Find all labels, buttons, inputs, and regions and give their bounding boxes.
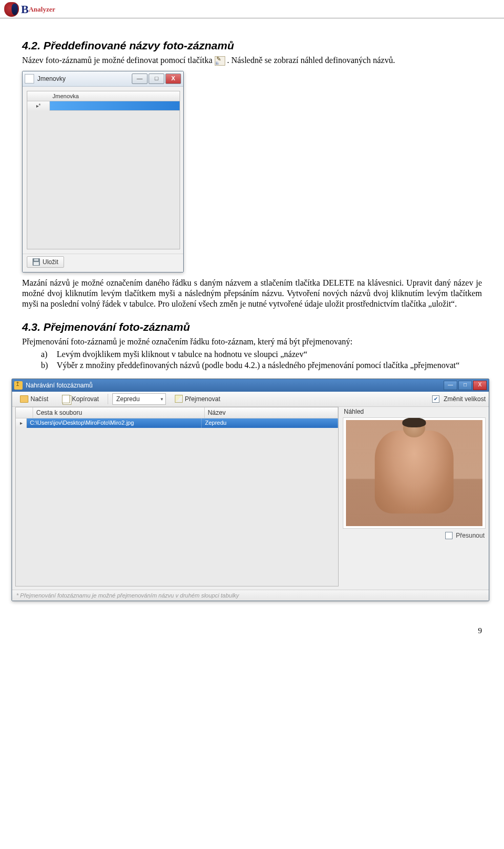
load-button[interactable]: Načíst — [15, 394, 53, 404]
list-marker-a: a) — [41, 349, 51, 360]
jmenovky-grid[interactable]: Jmenovka ▸* — [27, 91, 180, 249]
page-number: 9 — [0, 607, 504, 645]
upload-maximize-button[interactable]: □ — [458, 381, 472, 390]
photo-preview — [346, 420, 482, 526]
resize-checkbox[interactable]: ✔ — [432, 395, 439, 403]
p-4-2-intro: Název foto-záznamů je možné definovat po… — [22, 55, 482, 66]
jmenovky-title: Jmenovky — [37, 75, 129, 82]
p-4-2-intro-a: Název foto-záznamů je možné definovat po… — [22, 56, 215, 65]
copy-icon — [62, 395, 70, 403]
th-path[interactable]: Cesta k souboru — [33, 407, 205, 418]
minimize-button[interactable]: — — [132, 74, 148, 84]
list-item-b: b) Výběr z množiny předdefinovaných názv… — [41, 360, 482, 371]
rename-button[interactable]: Přejmenovat — [170, 393, 225, 404]
maximize-button[interactable]: □ — [149, 74, 164, 84]
list-item-a: a) Levým dvojklikem myši kliknout v tabu… — [41, 349, 482, 360]
chevron-down-icon: ▾ — [161, 396, 163, 402]
upload-close-button[interactable]: X — [473, 381, 487, 390]
upload-toolbar: Načíst Kopírovat Zepredu ▾ Přejmenovat ✔… — [12, 392, 489, 407]
upload-window-icon — [14, 381, 23, 390]
p-4-2-desc: Mazání názvů je možné označením daného ř… — [22, 278, 482, 309]
statusbar: * Přejmenování fotozáznamu je možné přej… — [12, 590, 489, 601]
resize-label: Změnit velikost — [444, 395, 486, 403]
name-combo-value: Zepredu — [116, 395, 140, 403]
jmenovky-cell[interactable] — [50, 101, 180, 111]
person-back-icon — [375, 431, 454, 513]
th-indicator — [16, 407, 33, 418]
upload-minimize-button[interactable]: — — [444, 381, 457, 390]
move-label: Přesunout — [456, 532, 485, 539]
row-indicator-icon: ▸ — [16, 418, 27, 428]
folder-open-icon — [20, 395, 28, 403]
name-combo[interactable]: Zepredu ▾ — [112, 393, 166, 405]
heading-4-2: 4.2. Předdefinované názvy foto-záznamů — [22, 39, 482, 52]
preview-label: Náhled — [343, 407, 486, 417]
preview-box — [343, 417, 486, 529]
jmenovky-dialog: Jmenovky — □ X Jmenovka ▸* Uložit — [22, 71, 184, 272]
close-button[interactable]: X — [165, 74, 181, 84]
move-checkbox[interactable]: ✔ — [445, 532, 453, 539]
define-names-icon[interactable] — [215, 56, 225, 66]
copy-button[interactable]: Kopírovat — [57, 393, 103, 405]
jmenovky-row-selected[interactable]: ▸* — [27, 101, 180, 111]
save-button[interactable]: Uložit — [27, 256, 64, 268]
jmenovky-titlebar: Jmenovky — □ X — [23, 71, 183, 87]
cell-path[interactable]: C:\Users\jov\Desktop\MiroFoto\Miro2.jpg — [27, 418, 202, 428]
tag-icon — [175, 395, 183, 403]
page-content: 4.2. Předdefinované názvy foto-záznamů N… — [0, 18, 504, 607]
p-4-3-intro: Přejmenování foto-záznamů je možné označ… — [22, 337, 482, 347]
save-icon — [33, 258, 40, 266]
table-row[interactable]: ▸ C:\Users\jov\Desktop\MiroFoto\Miro2.jp… — [16, 418, 338, 428]
th-name[interactable]: Název — [205, 407, 338, 418]
toolbar-separator — [108, 394, 108, 404]
upload-titlebar: Nahrávání fotozáznamů — □ X — [12, 379, 489, 392]
row-indicator-icon: ▸* — [27, 101, 50, 111]
upload-window: Nahrávání fotozáznamů — □ X Načíst Kopír… — [12, 379, 489, 601]
list-text-a: Levým dvojklikem myši kliknout v tabulce… — [57, 349, 307, 360]
logo-text: Analyzer — [29, 5, 56, 14]
cell-name[interactable]: Zepredu — [202, 418, 338, 428]
doc-header: B Analyzer — [0, 0, 504, 18]
copy-label: Kopírovat — [72, 395, 99, 403]
load-label: Načíst — [30, 395, 48, 403]
window-icon — [25, 74, 34, 83]
list-text-b: Výběr z množiny předdefinovaných názvů (… — [57, 360, 459, 371]
save-label: Uložit — [43, 258, 58, 266]
rename-label: Přejmenovat — [185, 395, 220, 403]
records-table[interactable]: Cesta k souboru Název ▸ C:\Users\jov\Des… — [15, 407, 339, 586]
jmenovky-col-header[interactable]: Jmenovka — [27, 91, 180, 101]
logo-b: B — [21, 3, 29, 16]
logo-figure-icon — [4, 2, 19, 17]
list-marker-b: b) — [41, 360, 51, 371]
upload-title: Nahrávání fotozáznamů — [26, 382, 92, 389]
p-4-2-intro-b: . Následně se zobrazí náhled definovanýc… — [227, 56, 395, 65]
heading-4-3: 4.3. Přejmenování foto-záznamů — [22, 321, 482, 333]
